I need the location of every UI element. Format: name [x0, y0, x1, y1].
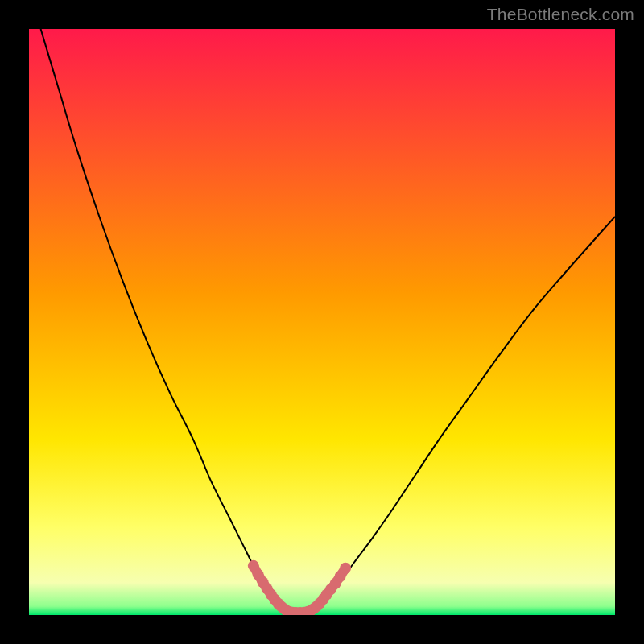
chart-background	[29, 29, 615, 615]
optimal-range-dot	[340, 563, 351, 574]
watermark-text: TheBottleneck.com	[487, 5, 634, 24]
page-frame: TheBottleneck.com	[0, 0, 644, 644]
chart	[29, 29, 615, 615]
